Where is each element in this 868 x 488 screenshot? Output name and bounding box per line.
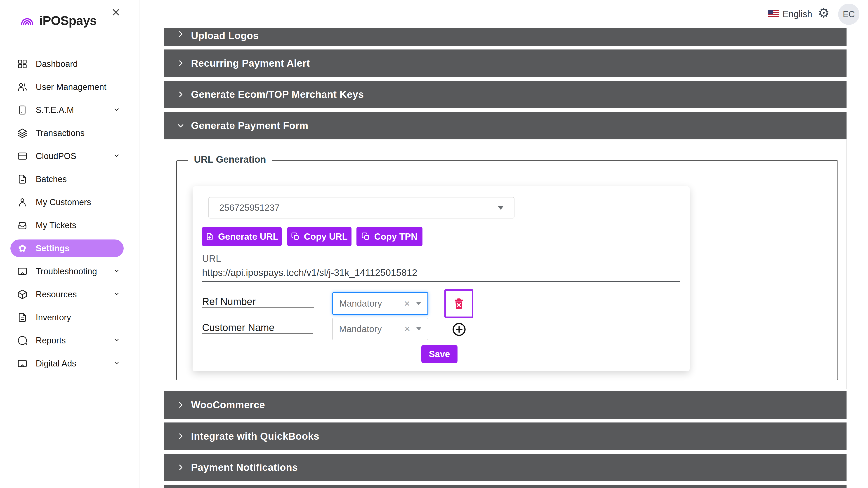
chevron-down-icon [113, 291, 120, 298]
person-icon [17, 197, 28, 208]
accordion-upload-logos[interactable]: Upload Logos [164, 28, 846, 46]
accordion-label: WooCommerce [191, 399, 265, 411]
url-generation-card: 256725951237 Generate URL Copy URL Copy … [193, 186, 690, 371]
sidebar-item-label: S.T.E.A.M [36, 105, 74, 115]
dropdown-caret-icon [416, 327, 421, 330]
accordion-partial-next-section[interactable] [164, 485, 846, 488]
requirement-select-customer-name[interactable]: Mandatory ✕ [332, 318, 428, 340]
url-underline [202, 281, 680, 282]
sidebar-item-label: Batches [36, 174, 67, 184]
avatar[interactable]: EC [838, 4, 860, 25]
tablet-icon [17, 104, 28, 116]
sidebar-item-my-customers[interactable]: My Customers [10, 193, 124, 211]
chevron-down-icon [113, 152, 120, 160]
chat-bubble-icon [17, 335, 28, 346]
chevron-right-icon [177, 30, 185, 38]
save-button[interactable]: Save [421, 345, 458, 363]
copy-icon [291, 232, 300, 241]
field-name-input[interactable]: Ref Number [202, 296, 256, 307]
language-selector[interactable]: English [782, 9, 812, 19]
accordion-payment-notifications[interactable]: Payment Notifications [164, 454, 846, 481]
tpn-dropdown-value: 256725951237 [219, 203, 280, 213]
copy-tpn-button[interactable]: Copy TPN [356, 227, 423, 246]
chevron-down-icon [113, 267, 120, 275]
gear-icon[interactable]: ⚙ [818, 6, 830, 20]
requirement-value: Mandatory [339, 298, 382, 308]
sidebar-item-label: Dashboard [36, 59, 78, 69]
sidebar-item-label: Settings [36, 243, 70, 253]
rainbow-arc-logo-icon [20, 14, 34, 27]
generate-url-label: Generate URL [218, 232, 278, 242]
sidebar-item-label: Digital Ads [36, 359, 76, 368]
accordion-label: Integrate with QuickBooks [191, 431, 319, 442]
chevron-down-icon [177, 122, 185, 130]
requirement-value: Mandatory [339, 324, 382, 334]
sidebar-item-label: Resources [36, 290, 77, 299]
delete-field-button[interactable] [444, 289, 473, 318]
accordion-label: Payment Notifications [191, 462, 298, 473]
sidebar-item-troubleshooting[interactable]: Troubleshooting [10, 263, 124, 280]
sidebar-item-cloudpos[interactable]: CloudPOS [10, 147, 124, 165]
url-label: URL [202, 253, 221, 264]
chevron-down-icon [113, 360, 120, 367]
sidebar-item-dashboard[interactable]: Dashboard [10, 55, 124, 73]
close-sidebar-icon[interactable]: ✕ [111, 7, 121, 18]
add-field-button[interactable] [452, 322, 467, 337]
field-underline [202, 307, 314, 308]
layers-icon [17, 127, 28, 139]
accordion-label: Upload Logos [191, 30, 258, 41]
tpn-dropdown[interactable]: 256725951237 [209, 197, 515, 219]
package-box-icon [17, 289, 28, 300]
chevron-down-icon [113, 337, 120, 344]
chevron-down-icon [113, 106, 120, 114]
url-value: https://api.ipospays.tech/v1/sl/j-31k_14… [202, 267, 417, 278]
sidebar-item-label: My Tickets [36, 221, 76, 230]
generate-payment-form-panel: URL Generation 256725951237 Generate URL… [164, 139, 846, 389]
field-underline [202, 333, 313, 334]
sidebar-item-digital-ads[interactable]: Digital Ads [10, 355, 124, 372]
sidebar: iPOSpays ✕ Dashboard User Management [0, 0, 140, 488]
sidebar-item-label: My Customers [36, 197, 91, 207]
sidebar-item-reports[interactable]: Reports [10, 332, 124, 349]
accordion-label: Generate Ecom/TOP Merchant Keys [191, 89, 364, 100]
field-name-input[interactable]: Customer Name [202, 322, 274, 333]
accordion-integrate-with-quickbooks[interactable]: Integrate with QuickBooks [164, 422, 846, 450]
sidebar-item-settings[interactable]: ✿ Settings [10, 239, 124, 257]
copy-url-button[interactable]: Copy URL [287, 227, 351, 246]
screen-play-icon [17, 358, 28, 369]
accordion-recurring-payment-alert[interactable]: Recurring Payment Alert [164, 50, 846, 77]
copy-icon [362, 232, 370, 241]
generate-url-button[interactable]: Generate URL [202, 227, 282, 246]
file-plus-icon [206, 232, 214, 241]
sidebar-item-label: User Management [36, 82, 106, 92]
requirement-select-ref-number[interactable]: Mandatory ✕ [332, 292, 428, 315]
sidebar-item-label: CloudPOS [36, 151, 76, 161]
sidebar-item-my-tickets[interactable]: My Tickets [10, 217, 124, 234]
avatar-initials: EC [843, 9, 855, 19]
brand-logo: iPOSpays [20, 13, 96, 28]
chevron-right-icon [177, 90, 185, 98]
accordion-woocommerce[interactable]: WooCommerce [164, 391, 846, 419]
accordion-generate-payment-form[interactable]: Generate Payment Form [164, 112, 846, 139]
clear-selection-icon[interactable]: ✕ [404, 299, 410, 308]
clear-selection-icon[interactable]: ✕ [404, 324, 411, 333]
sidebar-item-resources[interactable]: Resources [10, 286, 124, 303]
plus-circle-icon [452, 322, 467, 337]
sidebar-item-transactions[interactable]: Transactions [10, 124, 124, 142]
accordion-generate-ecom-top-merchant-keys[interactable]: Generate Ecom/TOP Merchant Keys [164, 80, 846, 108]
file-text-icon [17, 312, 28, 323]
copy-url-label: Copy URL [304, 232, 347, 242]
sidebar-item-user-management[interactable]: User Management [10, 78, 124, 96]
dropdown-caret-icon [416, 302, 421, 305]
us-flag-icon [768, 10, 779, 17]
save-label: Save [429, 349, 450, 359]
sidebar-item-label: Transactions [36, 128, 85, 138]
sidebar-item-inventory[interactable]: Inventory [10, 308, 124, 326]
users-icon [17, 81, 28, 93]
group-title: URL Generation [188, 154, 272, 165]
sidebar-item-batches[interactable]: Batches [10, 170, 124, 188]
screen-cast-icon [17, 266, 28, 277]
chevron-right-icon [177, 463, 185, 471]
file-minus-icon [17, 173, 28, 185]
sidebar-item-steam[interactable]: S.T.E.A.M [10, 101, 124, 119]
